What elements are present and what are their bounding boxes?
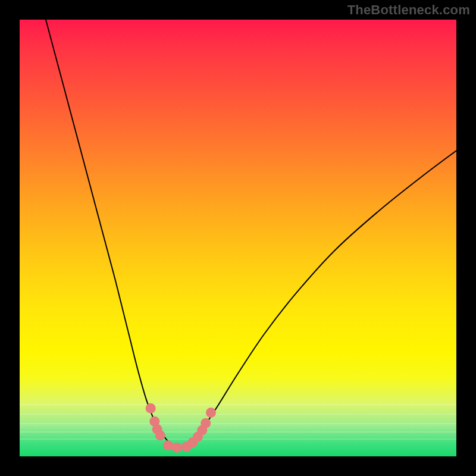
plot-area bbox=[20, 20, 456, 456]
highlight-dot bbox=[146, 403, 156, 414]
highlight-dots bbox=[146, 403, 216, 453]
highlight-dot bbox=[155, 430, 165, 440]
highlight-dot bbox=[206, 408, 216, 418]
curve-right bbox=[179, 151, 456, 447]
chart-frame: TheBottleneck.com bbox=[0, 0, 476, 476]
highlight-dot bbox=[172, 443, 182, 453]
curve-layer bbox=[20, 20, 456, 456]
attribution-text: TheBottleneck.com bbox=[347, 2, 470, 18]
curve-left bbox=[46, 20, 179, 447]
highlight-dot bbox=[163, 440, 173, 450]
highlight-dot bbox=[201, 418, 211, 428]
